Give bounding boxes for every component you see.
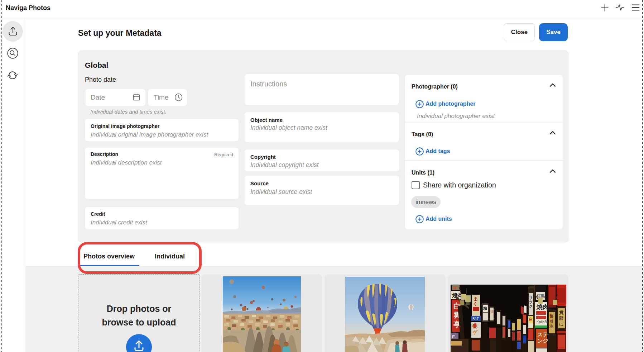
svg-text:リ: リ	[529, 296, 533, 300]
svg-text:F: F	[452, 334, 455, 339]
svg-text:に: に	[559, 322, 563, 327]
svg-text:B1F: B1F	[472, 317, 479, 321]
svg-text:ンジ: ンジ	[537, 338, 548, 344]
svg-text:ステ: ステ	[537, 331, 548, 337]
svg-text:ラ: ラ	[529, 300, 533, 304]
svg-text:甍: 甍	[472, 323, 477, 329]
svg-text:警: 警	[549, 314, 554, 318]
svg-text:ま: ま	[473, 296, 478, 301]
svg-text:焼: 焼	[490, 310, 494, 313]
svg-text:ク: ク	[529, 304, 533, 308]
svg-text:賞: 賞	[559, 310, 563, 315]
svg-text:ゲ: ゲ	[472, 329, 478, 335]
svg-text:KollaBo: KollaBo	[537, 320, 549, 324]
svg-text:注: 注	[549, 324, 553, 328]
svg-text:焼肉: 焼肉	[536, 304, 549, 310]
svg-text:3F: 3F	[453, 286, 457, 290]
svg-text:引: 引	[549, 319, 553, 323]
svg-text:部: 部	[559, 316, 563, 321]
svg-text:く: く	[473, 301, 478, 306]
svg-text:精: 精	[483, 306, 487, 310]
svg-text:麻: 麻	[528, 317, 532, 321]
